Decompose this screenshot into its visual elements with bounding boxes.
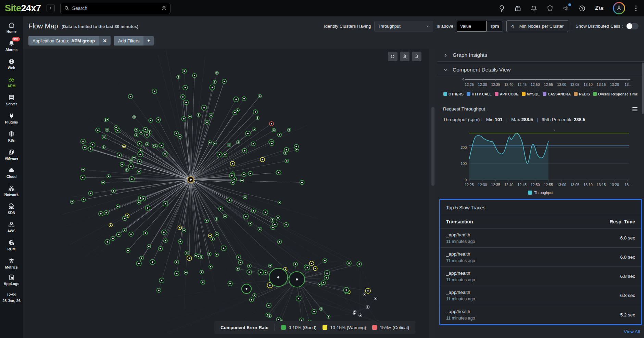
flow-node[interactable] [202, 105, 207, 110]
flow-node[interactable] [163, 202, 168, 206]
flow-node[interactable] [276, 170, 281, 175]
sidebar-item-web[interactable]: Web [0, 55, 23, 73]
collapse-sidebar-button[interactable] [47, 4, 55, 12]
flow-node[interactable] [313, 266, 317, 270]
trace-transaction[interactable]: _app/health [446, 271, 475, 276]
search-input[interactable] [72, 5, 159, 11]
sidebar-item-plugins[interactable]: Plugins [0, 109, 23, 127]
flow-node[interactable] [104, 211, 109, 215]
flow-node[interactable] [181, 117, 186, 121]
flow-node[interactable] [185, 251, 189, 255]
flow-node[interactable] [300, 180, 304, 185]
idea-icon[interactable] [498, 5, 505, 12]
flow-node[interactable] [323, 259, 327, 263]
flow-node[interactable] [209, 265, 212, 268]
flow-node[interactable] [248, 171, 252, 176]
flow-node[interactable] [365, 288, 370, 294]
flow-node[interactable] [116, 232, 121, 237]
flow-node[interactable] [251, 209, 255, 213]
flow-node[interactable] [201, 280, 205, 284]
chip-value-link[interactable]: APM group [71, 38, 95, 43]
flow-node[interactable] [237, 140, 240, 143]
flow-node[interactable] [223, 153, 227, 157]
flow-node[interactable] [178, 239, 182, 244]
flow-node[interactable] [312, 309, 316, 314]
sidebar-item-k8s[interactable]: K8s [0, 127, 23, 145]
flow-node[interactable] [318, 283, 321, 286]
flow-node[interactable] [99, 211, 103, 216]
flow-node[interactable] [180, 95, 185, 99]
trace-row[interactable]: _app/health11 minutes ago6.8 sec [440, 286, 641, 305]
flow-node[interactable] [116, 205, 119, 208]
flow-node[interactable] [123, 145, 126, 148]
flow-map-canvas[interactable] [23, 49, 429, 338]
flow-node[interactable] [136, 261, 141, 266]
flow-node[interactable] [278, 201, 281, 204]
flow-node[interactable] [217, 152, 222, 157]
flow-node[interactable] [138, 196, 143, 200]
flow-node[interactable] [343, 287, 349, 293]
flow-node[interactable] [293, 262, 298, 266]
flow-node[interactable] [163, 152, 167, 156]
flow-node[interactable] [137, 141, 142, 146]
flow-node[interactable] [82, 198, 86, 202]
flow-node[interactable] [208, 234, 212, 237]
flow-node[interactable] [324, 271, 330, 276]
flow-node[interactable] [253, 128, 256, 131]
flow-node[interactable] [222, 79, 227, 84]
flow-node[interactable] [135, 128, 138, 131]
flow-node[interactable] [150, 260, 155, 265]
flow-node[interactable] [146, 142, 149, 146]
flow-node[interactable] [71, 200, 74, 204]
flow-node[interactable] [215, 71, 218, 74]
flow-node[interactable] [177, 75, 180, 78]
flow-node[interactable] [164, 239, 167, 242]
flow-node[interactable] [236, 267, 240, 271]
flow-node[interactable] [242, 172, 246, 177]
flow-node[interactable] [147, 245, 151, 248]
flow-node[interactable] [104, 119, 107, 122]
legend-item[interactable]: REDIS [574, 92, 590, 96]
flow-hub-node[interactable] [188, 177, 194, 183]
trace-row[interactable]: _app/health11 minutes ago5.2 sec [440, 305, 641, 324]
flow-node[interactable] [81, 168, 85, 171]
flow-node[interactable] [268, 314, 272, 318]
flow-node[interactable] [88, 147, 93, 152]
flow-node[interactable] [269, 268, 288, 286]
flow-node[interactable] [287, 128, 291, 132]
flow-node[interactable] [96, 128, 100, 132]
gift-icon[interactable] [514, 5, 521, 12]
help-icon[interactable] [579, 5, 586, 12]
flow-node[interactable] [363, 293, 366, 296]
flow-node[interactable] [120, 162, 124, 167]
flow-node[interactable] [139, 149, 142, 152]
flow-node[interactable] [152, 89, 157, 93]
flow-node[interactable] [271, 218, 274, 221]
flow-node[interactable] [135, 133, 138, 137]
notifications-icon[interactable] [530, 5, 538, 12]
add-filters-chip[interactable]: Add Filters + [114, 36, 154, 46]
flow-node[interactable] [253, 294, 256, 297]
flow-node[interactable] [249, 222, 252, 225]
flow-node[interactable] [237, 255, 241, 259]
threshold-value-input[interactable] [457, 21, 487, 31]
panel-scrollbar-thumb[interactable] [642, 63, 644, 114]
flow-node[interactable] [263, 210, 268, 215]
flow-node[interactable] [374, 297, 377, 300]
flow-node[interactable] [213, 142, 217, 145]
flow-node[interactable] [182, 69, 187, 74]
flow-node[interactable] [366, 305, 369, 309]
flow-node[interactable] [101, 181, 105, 184]
trace-row[interactable]: _app/health11 minutes ago6.8 sec [440, 248, 641, 267]
trace-transaction[interactable]: _app/health [446, 309, 475, 314]
flow-node[interactable] [266, 303, 271, 308]
flow-node[interactable] [159, 278, 164, 283]
flow-node[interactable] [242, 284, 251, 294]
flow-node[interactable] [321, 281, 326, 285]
flow-node[interactable] [258, 270, 263, 275]
flow-node[interactable] [126, 248, 130, 252]
flow-node[interactable] [229, 173, 235, 178]
flow-node[interactable] [123, 216, 127, 221]
flow-node[interactable] [247, 264, 251, 268]
flow-node[interactable] [264, 271, 267, 274]
